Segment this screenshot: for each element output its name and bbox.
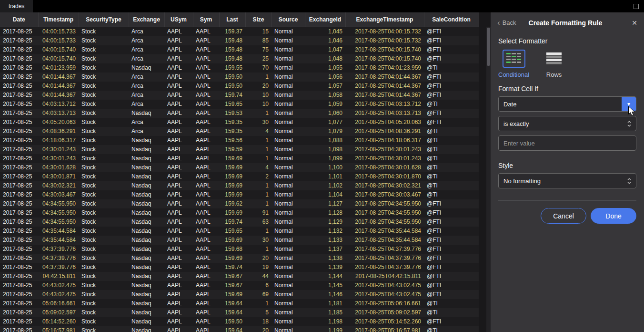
table-cell[interactable]: 1,060 xyxy=(305,109,345,118)
table-cell[interactable]: Arca xyxy=(129,36,164,45)
table-cell[interactable]: Stock xyxy=(79,45,129,54)
table-cell[interactable]: 1 xyxy=(245,154,272,163)
table-cell[interactable]: 159.53 xyxy=(219,109,245,118)
table-cell[interactable]: 2017-08-25 xyxy=(0,100,38,109)
table-cell[interactable]: Normal xyxy=(272,308,305,317)
table-cell[interactable]: Arca xyxy=(129,27,164,36)
table-cell[interactable]: 159.35 xyxy=(219,127,245,136)
table-cell[interactable]: 2017-08-25 xyxy=(0,317,38,326)
table-row[interactable]: 2017-08-2504:01:44.367StockArcaAAPLAAPL1… xyxy=(0,73,479,82)
table-cell[interactable]: AAPL xyxy=(193,136,219,145)
table-cell[interactable]: AAPL xyxy=(193,254,219,263)
table-cell[interactable]: 2017-08-25 xyxy=(0,163,38,172)
table-cell[interactable]: 04:01:44.367 xyxy=(38,82,79,91)
table-cell[interactable]: Nasdaq xyxy=(129,172,164,181)
table-cell[interactable]: AAPL xyxy=(164,109,193,118)
table-cell[interactable]: 04:05:20.063 xyxy=(38,118,79,127)
table-cell[interactable]: 1,046 xyxy=(305,36,345,45)
table-cell[interactable]: Stock xyxy=(79,254,129,263)
table-cell[interactable]: AAPL xyxy=(164,263,193,272)
table-cell[interactable]: 20 xyxy=(245,326,272,332)
table-cell[interactable]: @TI xyxy=(424,326,479,332)
table-cell[interactable]: 70 xyxy=(245,63,272,73)
table-cell[interactable]: @TI xyxy=(424,190,479,199)
table-cell[interactable]: Nasdaq xyxy=(129,181,164,190)
table-cell[interactable]: 4 xyxy=(245,127,272,136)
table-cell[interactable]: Normal xyxy=(272,109,305,118)
table-cell[interactable]: @FTI xyxy=(424,208,479,218)
table-cell[interactable]: AAPL xyxy=(193,181,219,190)
table-cell[interactable]: Stock xyxy=(79,181,129,190)
table-row[interactable]: 2017-08-2504:34:55.950StockNasdaqAAPLAAP… xyxy=(0,208,479,218)
table-cell[interactable]: 2017-08-25T04:03:13.712 xyxy=(345,100,424,109)
table-cell[interactable]: 1,056 xyxy=(305,73,345,82)
table-cell[interactable]: Stock xyxy=(79,190,129,199)
tab-trades[interactable]: trades xyxy=(0,0,33,12)
table-cell[interactable]: 2017-08-25T04:34:55.950 xyxy=(345,218,424,227)
table-cell[interactable]: 159.69 xyxy=(219,190,245,199)
table-cell[interactable]: AAPL xyxy=(193,109,219,118)
table-cell[interactable]: 1,137 xyxy=(305,245,345,254)
table-cell[interactable]: 159.65 xyxy=(219,100,245,109)
table-cell[interactable]: AAPL xyxy=(193,299,219,308)
table-cell[interactable]: Arca xyxy=(129,127,164,136)
table-row[interactable]: 2017-08-2504:00:15.740StockArcaAAPLAAPL1… xyxy=(0,54,479,63)
table-cell[interactable]: 1,101 xyxy=(305,172,345,181)
table-cell[interactable]: 1,128 xyxy=(305,208,345,218)
table-cell[interactable]: 1,139 xyxy=(305,263,345,272)
table-cell[interactable]: Stock xyxy=(79,127,129,136)
formatter-option-conditional[interactable]: Conditional xyxy=(498,50,529,78)
table-cell[interactable]: Nasdaq xyxy=(129,326,164,332)
table-cell[interactable]: Normal xyxy=(272,100,305,109)
table-cell[interactable]: @FTI xyxy=(424,36,479,45)
table-cell[interactable]: 2017-08-25 xyxy=(0,136,38,145)
table-row[interactable]: 2017-08-2504:37:39.776StockNasdaqAAPLAAP… xyxy=(0,254,479,263)
table-cell[interactable]: 159.69 xyxy=(219,163,245,172)
table-cell[interactable]: @TI xyxy=(424,308,479,317)
table-cell[interactable]: Stock xyxy=(79,326,129,332)
table-cell[interactable]: @FTI xyxy=(424,227,479,236)
table-cell[interactable]: Arca xyxy=(129,45,164,54)
table-cell[interactable]: 04:42:15.811 xyxy=(38,272,79,281)
column-header-salecondition[interactable]: SaleCondition xyxy=(424,12,479,27)
table-cell[interactable]: Stock xyxy=(79,73,129,82)
table-cell[interactable]: 1,045 xyxy=(305,27,345,36)
table-cell[interactable]: AAPL xyxy=(193,36,219,45)
table-cell[interactable]: 159.69 xyxy=(219,172,245,181)
table-cell[interactable]: @FTI xyxy=(424,218,479,227)
column-header-securitytype[interactable]: SecurityType xyxy=(79,12,129,27)
table-cell[interactable]: @TI xyxy=(424,63,479,73)
table-cell[interactable]: Stock xyxy=(79,36,129,45)
table-cell[interactable]: Normal xyxy=(272,154,305,163)
table-cell[interactable]: Nasdaq xyxy=(129,236,164,245)
table-cell[interactable]: 2017-08-25 xyxy=(0,91,38,100)
table-cell[interactable]: 04:35:44.584 xyxy=(38,227,79,236)
table-cell[interactable]: 159.56 xyxy=(219,136,245,145)
table-cell[interactable]: AAPL xyxy=(193,218,219,227)
table-cell[interactable]: 10 xyxy=(245,91,272,100)
table-cell[interactable]: 2017-08-25 xyxy=(0,199,38,208)
table-cell[interactable]: Stock xyxy=(79,109,129,118)
table-cell[interactable]: 1,088 xyxy=(305,136,345,145)
table-cell[interactable]: 15 xyxy=(245,27,272,36)
table-cell[interactable]: 1,057 xyxy=(305,82,345,91)
table-cell[interactable]: AAPL xyxy=(164,154,193,163)
table-cell[interactable]: AAPL xyxy=(193,326,219,332)
table-row[interactable]: 2017-08-2505:14:52.260StockNasdaqAAPLAAP… xyxy=(0,317,479,326)
table-cell[interactable]: 1 xyxy=(245,136,272,145)
table-cell[interactable]: Stock xyxy=(79,63,129,73)
table-cell[interactable]: 04:30:01.628 xyxy=(38,163,79,172)
table-cell[interactable]: AAPL xyxy=(164,118,193,127)
format-column-select[interactable]: Date ▾ xyxy=(498,96,636,112)
table-cell[interactable]: Arca xyxy=(129,100,164,109)
table-cell[interactable]: 04:01:44.367 xyxy=(38,91,79,100)
table-cell[interactable]: AAPL xyxy=(193,245,219,254)
table-row[interactable]: 2017-08-2505:09:02.597StockNasdaqAAPLAAP… xyxy=(0,308,479,317)
table-cell[interactable]: AAPL xyxy=(164,290,193,299)
table-cell[interactable]: 2017-08-25 xyxy=(0,109,38,118)
table-cell[interactable]: 04:37:39.776 xyxy=(38,263,79,272)
table-cell[interactable]: AAPL xyxy=(193,82,219,91)
table-row[interactable]: 2017-08-2504:30:01.243StockNasdaqAAPLAAP… xyxy=(0,145,479,154)
table-cell[interactable]: 1,099 xyxy=(305,154,345,163)
table-cell[interactable]: AAPL xyxy=(164,199,193,208)
